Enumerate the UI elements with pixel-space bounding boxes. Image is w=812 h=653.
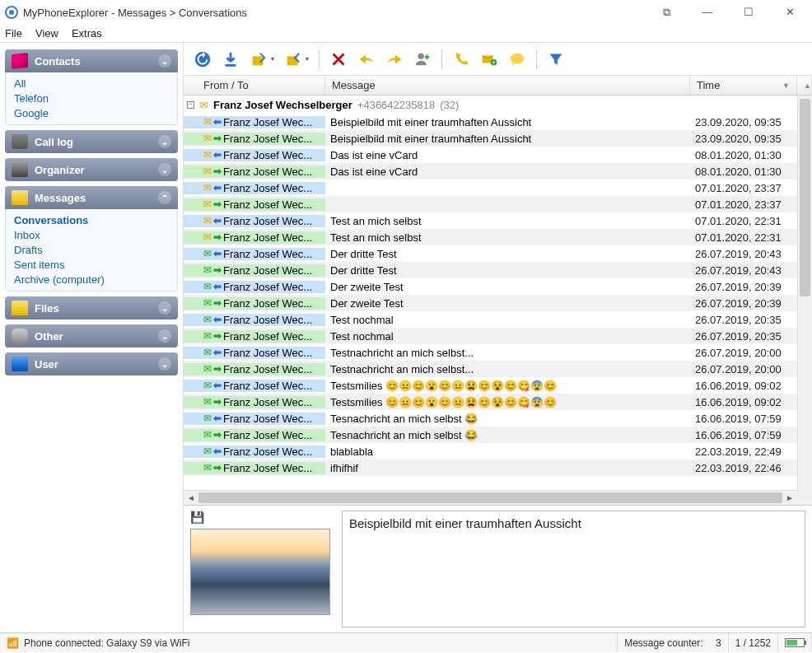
envelope-icon: ✉: [203, 116, 212, 128]
arrow-out-icon: ➡: [213, 133, 222, 144]
nav-messages-inbox[interactable]: Inbox: [14, 229, 169, 241]
export-button[interactable]: [281, 47, 306, 72]
message-row[interactable]: ✉➡Franz Josef Wec...Testnachricht an mic…: [184, 361, 797, 377]
nav-files-header[interactable]: Files ⌄: [5, 296, 178, 320]
nav-contacts-header[interactable]: Contacts ⌄: [5, 49, 178, 72]
chevron-down-icon: ⌄: [158, 135, 171, 148]
attachment-thumbnail[interactable]: [190, 529, 330, 615]
message-row[interactable]: ✉⬅Franz Josef Wec...Test nochmal26.07.20…: [184, 311, 797, 328]
message-row[interactable]: ✉➡Franz Josef Wec...Das ist eine vCard08…: [184, 163, 797, 180]
column-from[interactable]: From / To: [184, 76, 325, 95]
message-row[interactable]: ✉➡Franz Josef Wec...Der zweite Test26.07…: [184, 295, 797, 311]
menu-extras[interactable]: Extras: [72, 27, 102, 40]
cell-message: Test nochmal: [325, 314, 690, 326]
cell-time: 16.06.2019, 09:02: [690, 380, 797, 392]
sidebar: Contacts ⌄ All Telefon Google Call log ⌄…: [0, 43, 183, 632]
scroll-left-icon[interactable]: ◄: [184, 493, 198, 502]
message-row[interactable]: ✉➡Franz Josef Wec...Tesnachricht an mich…: [184, 427, 797, 443]
message-row[interactable]: ✉⬅Franz Josef Wec...Testnachricht an mic…: [184, 344, 797, 361]
collapse-icon[interactable]: −: [187, 101, 194, 109]
add-contact-button[interactable]: [410, 47, 435, 72]
from-text: Franz Josef Wec...: [223, 248, 320, 260]
delete-button[interactable]: [326, 47, 351, 72]
envelope-icon: ✉: [203, 396, 212, 408]
message-list[interactable]: − ✉ Franz Josef Wechselberger +436642235…: [184, 96, 797, 490]
call-button[interactable]: [449, 47, 474, 72]
message-row[interactable]: ✉➡Franz Josef Wec...Test nochmal26.07.20…: [184, 328, 797, 344]
cell-from: ✉⬅Franz Josef Wec...: [184, 116, 325, 128]
from-text: Franz Josef Wec...: [223, 445, 320, 458]
scroll-right-icon[interactable]: ►: [782, 493, 797, 502]
cell-from: ✉⬅Franz Josef Wec...: [184, 380, 325, 392]
message-row[interactable]: ✉➡Franz Josef Wec...07.01.2020, 23:37: [184, 196, 797, 212]
message-row[interactable]: ✉⬅Franz Josef Wec...blablabla22.03.2019,…: [184, 443, 797, 459]
nav-messages-conversations[interactable]: Conversations: [14, 214, 169, 226]
restore-down-icon[interactable]: ⧉: [654, 6, 679, 19]
nav-user-label: User: [35, 358, 58, 371]
refresh-button[interactable]: [190, 47, 215, 72]
message-row[interactable]: ✉⬅Franz Josef Wec...Das ist eine vCard08…: [184, 147, 797, 163]
group-name: Franz Josef Wechselberger: [213, 99, 352, 111]
nav-contacts-all[interactable]: All: [14, 77, 169, 90]
nav-user-header[interactable]: User ⌄: [5, 352, 178, 375]
arrow-in-icon: ⬅: [213, 314, 222, 325]
minimize-button[interactable]: ―: [695, 6, 720, 19]
message-row[interactable]: ✉⬅Franz Josef Wec...Testsmilies 😊😐😊😮😊😐😫😊…: [184, 377, 797, 394]
close-button[interactable]: ✕: [777, 6, 802, 19]
conversation-group-header[interactable]: − ✉ Franz Josef Wechselberger +436642235…: [184, 96, 797, 114]
download-button[interactable]: [218, 47, 243, 72]
svg-point-3: [418, 53, 424, 58]
status-connection: 📶 Phone connected: Galaxy S9 via WiFi: [0, 633, 618, 652]
nav-contacts-google[interactable]: Google: [14, 107, 169, 119]
message-row[interactable]: ✉➡Franz Josef Wec...ifhifhif22.03.2019, …: [184, 459, 797, 476]
nav-messages-header[interactable]: Messages ⌃: [5, 186, 178, 209]
message-row[interactable]: ✉➡Franz Josef Wec...Beispielbild mit ein…: [184, 130, 797, 147]
nav-organizer-header[interactable]: Organizer ⌄: [5, 158, 178, 181]
chat-button[interactable]: [505, 47, 530, 72]
nav-messages-drafts[interactable]: Drafts: [14, 244, 169, 256]
message-row[interactable]: ✉➡Franz Josef Wec...Der dritte Test26.07…: [184, 262, 797, 278]
files-icon: [12, 301, 28, 315]
scroll-thumb[interactable]: [198, 492, 782, 503]
nav-contacts-telefon[interactable]: Telefon: [14, 92, 169, 105]
nav-messages-archive[interactable]: Archive (computer): [14, 273, 169, 286]
forward-button[interactable]: [382, 47, 407, 72]
cell-message: Test an mich selbst: [325, 231, 690, 244]
message-row[interactable]: ✉⬅Franz Josef Wec...Beispielbild mit ein…: [184, 114, 797, 130]
scroll-thumb[interactable]: [800, 99, 810, 296]
message-row[interactable]: ✉⬅Franz Josef Wec...Test an mich selbst0…: [184, 212, 797, 229]
cell-from: ✉➡Franz Josef Wec...: [184, 429, 325, 441]
column-message[interactable]: Message: [325, 76, 690, 95]
maximize-button[interactable]: ☐: [736, 6, 761, 19]
cell-message: Beispielbild mit einer traumhaften Aussi…: [325, 133, 690, 145]
arrow-out-icon: ➡: [213, 429, 222, 441]
nav-other-header[interactable]: Other ⌄: [5, 324, 178, 347]
import-dropdown[interactable]: ▾: [271, 55, 274, 63]
from-text: Franz Josef Wec...: [223, 396, 320, 408]
message-row[interactable]: ✉⬅Franz Josef Wec...Der dritte Test26.07…: [184, 245, 797, 262]
message-row[interactable]: ✉⬅Franz Josef Wec...Der zweite Test26.07…: [184, 278, 797, 295]
import-button[interactable]: [246, 47, 271, 72]
message-row[interactable]: ✉➡Franz Josef Wec...Testsmilies 😊😐😊😮😊😐😫😊…: [184, 394, 797, 410]
nav-organizer-label: Organizer: [35, 164, 85, 176]
filter-button[interactable]: [544, 47, 568, 72]
message-row[interactable]: ✉⬅Franz Josef Wec...Tesnachricht an mich…: [184, 410, 797, 427]
from-text: Franz Josef Wec...: [223, 281, 320, 293]
message-row[interactable]: ✉⬅Franz Josef Wec...07.01.2020, 23:37: [184, 180, 797, 196]
reply-button[interactable]: [354, 47, 379, 72]
cell-from: ✉⬅Franz Josef Wec...: [184, 182, 325, 194]
from-text: Franz Josef Wec...: [223, 116, 320, 128]
menu-file[interactable]: File: [5, 27, 22, 40]
horizontal-scrollbar[interactable]: ◄ ►: [184, 490, 797, 505]
column-time[interactable]: Time▼: [690, 76, 797, 95]
menu-view[interactable]: View: [35, 27, 58, 40]
nav-calllog-header[interactable]: Call log ⌄: [5, 130, 178, 153]
cell-time: 23.09.2020, 09:35: [690, 116, 797, 128]
nav-messages-sent[interactable]: Sent items: [14, 259, 169, 271]
new-message-button[interactable]: [477, 47, 502, 72]
vertical-scrollbar[interactable]: [797, 96, 812, 490]
save-attachment-button[interactable]: 💾: [190, 511, 335, 524]
message-row[interactable]: ✉➡Franz Josef Wec...Test an mich selbst0…: [184, 229, 797, 245]
export-dropdown[interactable]: ▾: [306, 55, 309, 63]
message-preview-text[interactable]: Beispielbild mit einer traumhaften Aussi…: [342, 511, 805, 627]
